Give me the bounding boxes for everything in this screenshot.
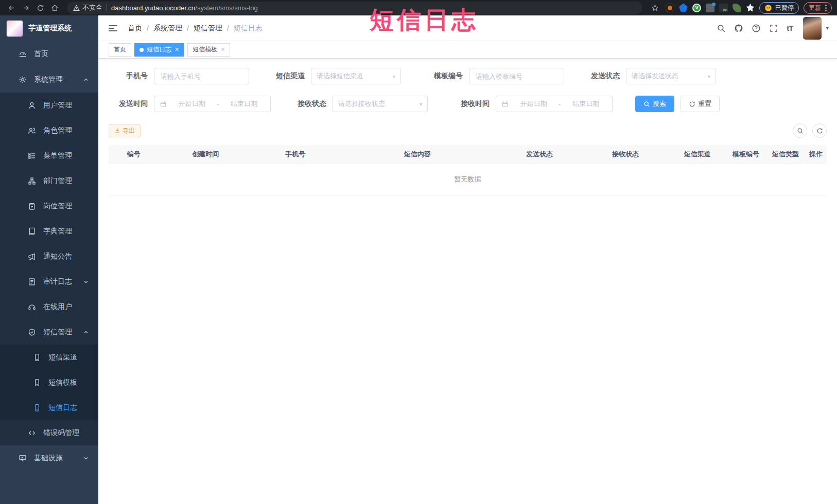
paused-profile-chip[interactable]: 已暂停 [759, 2, 799, 14]
table-toolbar: 导出 [109, 123, 827, 138]
column-header[interactable]: 发送状态 [496, 150, 582, 159]
search-icon[interactable] [717, 24, 726, 33]
document-icon [28, 278, 36, 286]
browser-forward-icon[interactable] [20, 2, 32, 14]
sidebar-item-infrastructure[interactable]: 基础设施 [0, 445, 98, 471]
sidebar-item-post-mgmt[interactable]: 岗位管理 [0, 193, 98, 219]
sidebar-item-user-mgmt[interactable]: 用户管理 [0, 93, 98, 118]
column-header[interactable]: 操作 [805, 150, 827, 159]
bookmark-star-icon[interactable] [649, 2, 661, 14]
browser-menu-kebab-icon[interactable] [825, 5, 827, 11]
receive-time-range-picker[interactable]: 开始日期 - 结束日期 [496, 96, 613, 112]
browser-home-icon[interactable] [48, 2, 61, 14]
sidebar-item-system[interactable]: 系统管理 [0, 67, 98, 93]
phone-input[interactable] [154, 68, 249, 84]
channel-select[interactable]: 请选择短信渠道 ▾ [311, 68, 401, 84]
emoji-face-icon [764, 4, 772, 12]
sidebar-item-label: 岗位管理 [43, 202, 72, 211]
sidebar-item-error-code[interactable]: 错误码管理 [0, 420, 98, 445]
sidebar-item-label: 通知公告 [43, 252, 72, 261]
font-size-icon[interactable]: tT [787, 24, 793, 32]
sidebar-item-audit-log[interactable]: 审计日志 [0, 269, 98, 294]
annotation-title: 短信日志 [370, 4, 479, 37]
browser-reload-icon[interactable] [34, 2, 46, 14]
phone-icon [33, 404, 41, 412]
code-icon [28, 429, 36, 437]
sidebar-item-dict-mgmt[interactable]: 字典管理 [0, 219, 98, 244]
sidebar-item-label: 首页 [34, 49, 48, 59]
sidebar-item-menu-mgmt[interactable]: 菜单管理 [0, 143, 98, 168]
start-date-placeholder: 开始日期 [513, 99, 554, 109]
column-header[interactable]: 创建时间 [159, 150, 252, 159]
user-menu[interactable]: ▾ [803, 17, 829, 40]
search-button[interactable]: 搜索 [635, 96, 674, 112]
column-header[interactable]: 短信内容 [338, 150, 496, 159]
sidebar-item-label: 菜单管理 [43, 151, 72, 160]
leaf-extension-icon[interactable] [733, 4, 741, 12]
field-label: 接收状态 [293, 99, 333, 109]
org-tree-icon [28, 177, 36, 185]
blue-extension-icon[interactable] [679, 4, 688, 12]
tab-sms-template[interactable]: 短信模板 ✕ [187, 43, 230, 57]
breadcrumb-home[interactable]: 首页 [128, 24, 142, 33]
on-badge-extension-icon[interactable]: on [719, 4, 728, 12]
search-icon [643, 101, 650, 107]
address-bar[interactable]: 不安全 dashboard.yudao.iocoder.cn/system/sm… [67, 2, 642, 14]
tab-label: 短信模板 [193, 45, 217, 54]
reset-button[interactable]: 重置 [681, 96, 720, 112]
refresh-table-button[interactable] [812, 123, 827, 138]
filter-phone: 手机号 [109, 68, 249, 84]
update-button[interactable]: 更新 [804, 2, 832, 14]
toggle-search-button[interactable] [793, 123, 807, 138]
breadcrumb-separator: / [227, 24, 229, 32]
end-date-placeholder: 结束日期 [565, 99, 607, 109]
column-header[interactable]: 编号 [109, 150, 159, 159]
browser-back-icon[interactable] [5, 2, 18, 14]
sidebar-item-sms-mgmt[interactable]: 短信管理 [0, 319, 98, 345]
send-time-range-picker[interactable]: 开始日期 - 结束日期 [154, 96, 271, 112]
user-icon [28, 101, 36, 110]
sidebar-item-sms-channel[interactable]: 短信渠道 [0, 345, 98, 370]
column-header[interactable]: 接收状态 [583, 150, 669, 159]
send-status-select[interactable]: 请选择发送状态 ▾ [626, 68, 716, 84]
not-secure-chip[interactable]: 不安全 [73, 3, 102, 12]
export-button[interactable]: 导出 [109, 124, 141, 137]
sidebar-item-role-mgmt[interactable]: 角色管理 [0, 118, 98, 143]
grid-extension-icon[interactable] [706, 4, 714, 12]
template-input[interactable] [469, 68, 564, 84]
sidebar-item-sms-template[interactable]: 短信模板 [0, 370, 98, 395]
tags-view-bar: 首页 短信日志 ✕ 短信模板 ✕ [98, 41, 837, 59]
breadcrumb-sms[interactable]: 短信管理 [194, 24, 222, 33]
breadcrumb-system[interactable]: 系统管理 [153, 24, 182, 33]
tab-home[interactable]: 首页 [109, 43, 131, 57]
sidebar-item-notice[interactable]: 通知公告 [0, 244, 98, 269]
column-header[interactable]: 模板编号 [726, 150, 766, 159]
fullscreen-icon[interactable] [769, 24, 778, 33]
column-header[interactable]: 手机号 [252, 150, 338, 159]
green-v-extension-icon[interactable]: V [692, 4, 701, 12]
field-label: 接收时间 [450, 99, 496, 109]
breadcrumb-separator: / [187, 24, 189, 32]
column-header[interactable]: 短信类型 [765, 150, 805, 159]
column-header[interactable]: 短信渠道 [669, 150, 726, 159]
megaphone-icon [28, 253, 36, 261]
sidebar-item-label: 短信渠道 [48, 353, 77, 362]
sidebar-item-sms-log[interactable]: 短信日志 [0, 395, 98, 420]
help-icon[interactable] [752, 24, 761, 33]
hamburger-icon[interactable] [107, 23, 119, 33]
avatar[interactable] [803, 17, 822, 40]
receive-status-select[interactable]: 请选择接收状态 ▾ [333, 96, 428, 112]
sidebar-item-dept-mgmt[interactable]: 部门管理 [0, 168, 98, 193]
close-icon[interactable]: ✕ [220, 46, 225, 53]
orange-extension-icon[interactable] [666, 4, 674, 12]
sidebar-item-label: 字典管理 [43, 227, 72, 236]
calendar-icon [501, 100, 509, 107]
github-icon[interactable] [734, 24, 743, 33]
app-logo-row[interactable]: 芋道管理系统 [0, 15, 98, 41]
flower-extension-icon[interactable] [746, 4, 755, 12]
sidebar-item-online-users[interactable]: 在线用户 [0, 294, 98, 319]
sidebar-item-home[interactable]: 首页 [0, 41, 98, 67]
active-dot [140, 48, 144, 52]
tab-sms-log[interactable]: 短信日志 ✕ [134, 43, 184, 57]
close-icon[interactable]: ✕ [175, 46, 179, 53]
